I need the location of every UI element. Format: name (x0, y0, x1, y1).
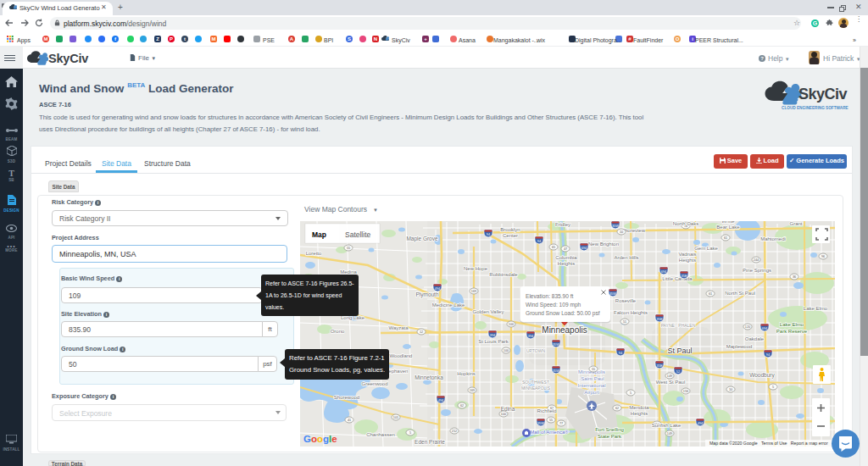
svg-text:394: 394 (528, 334, 534, 338)
svg-text:Chanhassen: Chanhassen (366, 432, 395, 437)
svg-text:Arden Hills: Arden Hills (614, 255, 638, 260)
svg-text:77: 77 (559, 422, 563, 425)
svg-text:41: 41 (348, 419, 351, 422)
svg-text:Map data ©2020 Google Terms: Map data ©2020 Google Terms of Use Repor… (709, 441, 828, 446)
svg-text:Maplewood: Maplewood (726, 344, 753, 349)
svg-text:Greenwood: Greenwood (361, 381, 387, 386)
svg-text:CLOUD ENGINEERING SOFTWARE: CLOUD ENGINEERING SOFTWARE (782, 106, 849, 110)
svg-text:100: 100 (509, 323, 514, 326)
svg-text:Google: Google (303, 434, 337, 444)
svg-text:Minnetonka: Minnetonka (415, 374, 443, 380)
svg-text:100: 100 (501, 413, 506, 416)
svg-text:120: 120 (745, 325, 750, 329)
svg-text:Oakdale: Oakdale (745, 336, 765, 341)
svg-text:St Louis Park: St Louis Park (478, 339, 509, 344)
svg-text:Satellite: Satellite (345, 230, 371, 239)
svg-text:Heights: Heights (631, 411, 648, 416)
svg-text:Loretto: Loretto (306, 251, 322, 256)
svg-text:12: 12 (420, 330, 423, 334)
svg-text:244: 244 (754, 258, 759, 262)
svg-text:10: 10 (620, 230, 623, 234)
svg-text:10: 10 (729, 388, 732, 391)
svg-text:51: 51 (623, 320, 626, 324)
svg-text:94: 94 (487, 232, 491, 236)
svg-text:47: 47 (564, 247, 567, 251)
svg-text:Mendota: Mendota (629, 405, 649, 410)
svg-text:Fort Snelling: Fort Snelling (595, 427, 624, 432)
svg-text:North Oaks: North Oaks (673, 221, 698, 226)
svg-text:94: 94 (619, 351, 623, 355)
svg-text:Falcon Heights: Falcon Heights (614, 310, 648, 315)
svg-text:PAYNE · PHALEN: PAYNE · PHALEN (661, 323, 696, 328)
svg-text:5: 5 (772, 386, 774, 389)
svg-text:35E: 35E (656, 363, 662, 368)
svg-text:62: 62 (460, 404, 464, 408)
svg-text:Fridley: Fridley (555, 222, 570, 227)
svg-text:State Park: State Park (598, 434, 622, 439)
svg-text:North St Paul: North St Paul (725, 291, 755, 296)
svg-text:169: 169 (471, 290, 476, 293)
svg-text:New Brighton: New Brighton (588, 241, 619, 247)
svg-text:Heights: Heights (558, 261, 575, 266)
svg-text:Woodbury: Woodbury (749, 372, 775, 379)
svg-text:Hopkins: Hopkins (457, 371, 476, 376)
svg-text:Vadnais: Vadnais (678, 252, 696, 257)
svg-text:61: 61 (724, 236, 727, 240)
svg-text:New Hope: New Hope (464, 266, 488, 271)
svg-text:Mahtomedi: Mahtomedi (760, 236, 786, 241)
svg-text:35W: 35W (609, 291, 616, 296)
svg-text:61: 61 (709, 292, 712, 296)
svg-text:Map: Map (312, 230, 326, 239)
svg-text:35E: 35E (681, 274, 687, 278)
svg-text:156: 156 (683, 390, 688, 393)
svg-text:Roseville: Roseville (615, 298, 637, 303)
svg-text:West St Paul: West St Paul (656, 380, 686, 385)
svg-text:-Saint Paul: -Saint Paul (579, 376, 604, 381)
svg-text:169: 169 (470, 389, 475, 392)
svg-text:Park Reserve: Park Reserve (776, 329, 808, 334)
svg-text:Minneapolis: Minneapolis (542, 325, 587, 335)
svg-text:UPTOWN: UPTOWN (526, 348, 546, 353)
svg-text:5: 5 (630, 391, 632, 395)
svg-text:94: 94 (537, 239, 542, 243)
svg-text:55: 55 (549, 419, 553, 422)
svg-text:62: 62 (615, 407, 619, 410)
svg-text:394: 394 (490, 333, 496, 337)
svg-text:694: 694 (762, 326, 768, 330)
svg-text:Plymouth: Plymouth (415, 291, 438, 298)
svg-text:Brooklyn: Brooklyn (500, 227, 520, 232)
svg-text:212: 212 (452, 430, 457, 433)
svg-text:Airport: Airport (584, 390, 599, 395)
svg-text:149: 149 (667, 432, 672, 435)
svg-text:Columbia: Columbia (555, 255, 577, 260)
svg-text:96: 96 (821, 255, 825, 258)
svg-text:35W: 35W (553, 369, 559, 373)
svg-text:Lake Elmo: Lake Elmo (804, 306, 828, 311)
svg-text:Shorewood: Shorewood (334, 395, 359, 400)
svg-text:35W: 35W (553, 342, 559, 347)
svg-text:Richfield: Richfield (537, 408, 556, 413)
svg-text:Sunfish Lake: Sunfish Lake (652, 423, 682, 428)
svg-text:Pine Springs: Pine Springs (743, 268, 771, 273)
svg-text:100: 100 (504, 349, 509, 352)
svg-text:35E: 35E (656, 317, 662, 321)
svg-text:Lake Elmo: Lake Elmo (780, 322, 804, 327)
svg-text:Heights: Heights (679, 258, 696, 263)
svg-text:149: 149 (667, 374, 672, 378)
svg-text:International: International (577, 383, 605, 388)
svg-text:94: 94 (766, 352, 771, 357)
svg-text:65: 65 (552, 246, 555, 249)
svg-text:Woodland: Woodland (390, 353, 413, 358)
svg-text:SOUTHWEST: SOUTHWEST (522, 380, 549, 385)
svg-text:694: 694 (661, 269, 667, 274)
svg-text:Gem Lake: Gem Lake (694, 246, 718, 251)
svg-text:494: 494 (438, 398, 444, 402)
svg-text:55: 55 (347, 247, 350, 250)
svg-text:Orono: Orono (331, 329, 345, 334)
svg-text:Golden Valley: Golden Valley (473, 309, 504, 314)
svg-text:101: 101 (393, 416, 398, 419)
svg-text:Wind Speed: 109 mph: Wind Speed: 109 mph (526, 302, 581, 308)
svg-text:St Paul: St Paul (667, 347, 692, 355)
svg-text:Bear Lake: Bear Lake (716, 225, 740, 230)
svg-text:Center: Center (503, 233, 518, 238)
